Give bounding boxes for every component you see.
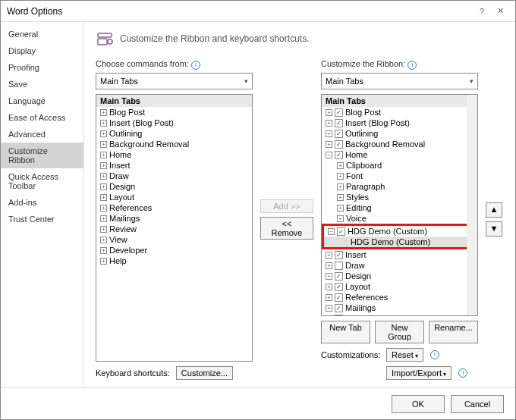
tree-item[interactable]: −Home bbox=[322, 149, 477, 160]
new-group-button[interactable]: New Group bbox=[375, 321, 424, 343]
expander-icon[interactable]: + bbox=[326, 315, 332, 317]
expander-icon[interactable]: + bbox=[100, 130, 107, 137]
tree-item[interactable]: +Home bbox=[96, 149, 252, 160]
tree-item-hdg-demo[interactable]: −HDG Demo (Custom) bbox=[324, 226, 475, 237]
tree-item[interactable]: +Review bbox=[322, 313, 477, 316]
tree-item[interactable]: +Review bbox=[96, 224, 252, 234]
expander-icon[interactable]: + bbox=[100, 258, 107, 265]
expander-icon[interactable]: + bbox=[100, 120, 107, 127]
expander-icon[interactable]: + bbox=[100, 183, 107, 190]
tree-item[interactable]: +Layout bbox=[322, 281, 477, 292]
tree-item[interactable]: +Mailings bbox=[322, 302, 477, 313]
expander-icon[interactable]: + bbox=[100, 109, 107, 116]
tree-item[interactable]: +Insert bbox=[96, 160, 252, 171]
reset-button[interactable]: Reset bbox=[386, 348, 423, 362]
tree-item[interactable]: +References bbox=[96, 202, 252, 213]
checkbox[interactable] bbox=[335, 251, 343, 259]
import-export-button[interactable]: Import/Export bbox=[386, 366, 452, 380]
checkbox[interactable] bbox=[335, 304, 343, 312]
expander-icon[interactable]: + bbox=[326, 252, 332, 259]
expander-icon[interactable]: + bbox=[337, 162, 344, 169]
sidebar-item-add-ins[interactable]: Add-ins bbox=[1, 194, 83, 211]
checkbox[interactable] bbox=[337, 227, 345, 236]
tree-item[interactable]: +Outlining bbox=[322, 128, 477, 139]
info-icon[interactable]: i bbox=[407, 61, 417, 70]
tree-item[interactable]: +Blog Post bbox=[322, 107, 477, 118]
checkbox[interactable] bbox=[335, 151, 343, 159]
expander-icon[interactable]: + bbox=[326, 130, 332, 137]
sidebar-item-save[interactable]: Save bbox=[1, 76, 83, 92]
expander-icon[interactable]: + bbox=[100, 237, 107, 243]
checkbox[interactable] bbox=[335, 130, 343, 138]
tree-item[interactable]: +Draw bbox=[322, 260, 477, 271]
tree-item[interactable]: +Outlining bbox=[96, 128, 252, 139]
expander-icon[interactable]: + bbox=[100, 226, 107, 233]
checkbox[interactable] bbox=[335, 119, 343, 127]
customize-shortcuts-button[interactable]: Customize... bbox=[176, 366, 233, 380]
expander-icon[interactable]: + bbox=[326, 305, 332, 312]
tree-item[interactable]: +Insert (Blog Post) bbox=[96, 118, 252, 128]
expander-icon[interactable]: + bbox=[326, 284, 332, 290]
new-tab-button[interactable]: New Tab bbox=[321, 321, 370, 343]
tree-item[interactable]: +Styles bbox=[322, 192, 477, 202]
sidebar-item-quick-access-toolbar[interactable]: Quick Access Toolbar bbox=[1, 168, 83, 194]
tree-item[interactable]: +Developer bbox=[96, 245, 252, 255]
expander-icon[interactable]: + bbox=[337, 215, 344, 222]
commands-tree[interactable]: Main Tabs +Blog Post +Insert (Blog Post)… bbox=[96, 94, 253, 362]
remove-button[interactable]: << Remove bbox=[260, 217, 313, 240]
sidebar-item-general[interactable]: General bbox=[1, 26, 83, 42]
info-icon[interactable]: i bbox=[191, 61, 200, 70]
checkbox[interactable] bbox=[335, 140, 343, 149]
expander-icon[interactable]: + bbox=[100, 173, 107, 180]
expander-icon[interactable]: + bbox=[326, 120, 332, 127]
tree-item[interactable]: +Design bbox=[322, 271, 477, 281]
expander-icon[interactable]: + bbox=[337, 194, 344, 201]
checkbox[interactable] bbox=[335, 108, 343, 117]
sidebar-item-proofing[interactable]: Proofing bbox=[1, 59, 83, 76]
checkbox[interactable] bbox=[335, 315, 343, 317]
tree-item[interactable]: +Paragraph bbox=[322, 181, 477, 192]
expander-icon[interactable]: + bbox=[100, 247, 107, 254]
tree-item[interactable]: +Mailings bbox=[96, 213, 252, 224]
expander-icon[interactable]: + bbox=[100, 141, 107, 148]
expander-icon[interactable]: + bbox=[326, 294, 332, 301]
expander-icon[interactable]: + bbox=[100, 215, 107, 222]
sidebar-item-customize-ribbon[interactable]: Customize Ribbon bbox=[1, 143, 83, 168]
expander-icon[interactable]: + bbox=[100, 152, 107, 158]
sidebar-item-language[interactable]: Language bbox=[1, 92, 83, 109]
cancel-button[interactable]: Cancel bbox=[451, 395, 504, 413]
checkbox[interactable] bbox=[335, 283, 343, 291]
tree-item[interactable]: +References bbox=[322, 292, 477, 302]
sidebar-item-display[interactable]: Display bbox=[1, 42, 83, 59]
rename-button[interactable]: Rename... bbox=[429, 321, 478, 343]
move-up-button[interactable]: ▲ bbox=[486, 202, 502, 218]
tree-item[interactable]: +Clipboard bbox=[322, 160, 477, 171]
sidebar-item-ease-of-access[interactable]: Ease of Access bbox=[1, 109, 83, 126]
expander-icon[interactable]: + bbox=[326, 262, 332, 269]
expander-icon[interactable]: + bbox=[100, 205, 107, 212]
checkbox[interactable] bbox=[335, 272, 343, 281]
expander-icon[interactable]: − bbox=[326, 152, 332, 158]
tree-item[interactable]: +Insert bbox=[322, 249, 477, 260]
help-button[interactable]: ? bbox=[473, 7, 491, 16]
expander-icon[interactable]: + bbox=[337, 173, 344, 180]
scrollbar[interactable] bbox=[467, 95, 477, 315]
tree-item[interactable]: +Help bbox=[96, 255, 252, 266]
tree-item[interactable]: +View bbox=[96, 234, 252, 245]
tree-item[interactable]: +Voice bbox=[322, 213, 477, 224]
tree-item[interactable]: +Editing bbox=[322, 202, 477, 213]
tree-item[interactable]: +Background Removal bbox=[322, 139, 477, 149]
expander-icon[interactable]: + bbox=[337, 183, 344, 190]
tree-item[interactable]: +Blog Post bbox=[96, 107, 252, 118]
tree-item[interactable]: +Draw bbox=[96, 171, 252, 181]
checkbox[interactable] bbox=[335, 293, 343, 302]
ribbon-tree[interactable]: Main Tabs +Blog Post +Insert (Blog Post)… bbox=[321, 94, 478, 316]
ok-button[interactable]: OK bbox=[392, 395, 445, 413]
tree-item[interactable]: +Layout bbox=[96, 192, 252, 202]
expander-icon[interactable]: − bbox=[328, 228, 335, 235]
expander-icon[interactable]: + bbox=[326, 141, 332, 148]
expander-icon[interactable]: + bbox=[100, 194, 107, 201]
tree-item[interactable]: +Font bbox=[322, 171, 477, 181]
sidebar-item-trust-center[interactable]: Trust Center bbox=[1, 211, 83, 227]
tree-item[interactable]: +Background Removal bbox=[96, 139, 252, 149]
